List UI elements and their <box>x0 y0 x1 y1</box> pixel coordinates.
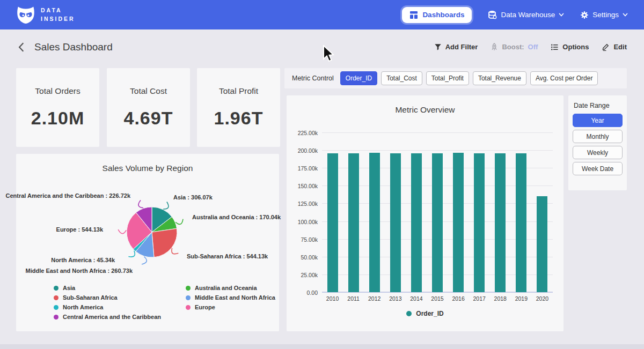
nav-dashboards-label: Dashboards <box>422 11 464 19</box>
metric-option-total-revenue[interactable]: Total_Revenue <box>473 71 526 85</box>
metric-option-order-id[interactable]: Order_ID <box>340 71 377 85</box>
pie-callout-europe: Europe : 544.13k <box>56 226 103 233</box>
metric-control-bar: Metric Control Order_IDTotal_CostTotal_P… <box>284 68 627 88</box>
kpi-label: Total Orders <box>16 86 99 96</box>
pie-chart-legend: AsiaSub-Saharan AfricaNorth AmericaCentr… <box>54 285 275 320</box>
y-tick-50.00k: 50.00k <box>301 254 318 261</box>
options-list-icon <box>551 43 559 51</box>
pie-callout-north-america: North America : 45.34k <box>51 257 115 263</box>
legend-dot <box>186 305 191 310</box>
edit-button[interactable]: Edit <box>602 43 627 51</box>
y-tick-225.00k: 225.00k <box>298 130 318 136</box>
legend-item-europe[interactable]: Europe <box>186 304 275 310</box>
bar-2020[interactable] <box>537 196 547 292</box>
add-filter-button[interactable]: Add Filter <box>434 43 478 51</box>
date-range-card: Date Range YearMonthlyWeeklyWeek Date <box>568 95 627 190</box>
options-label: Options <box>562 43 589 51</box>
database-icon <box>488 10 497 19</box>
back-button[interactable] <box>17 42 26 53</box>
kpi-label: Total Profit <box>197 86 280 96</box>
bar-2012[interactable] <box>369 153 380 292</box>
brand-logo[interactable]: DATA INSIDER <box>16 6 75 24</box>
nav-dashboards-button[interactable]: Dashboards <box>402 7 472 23</box>
y-tick-0.00: 0.00 <box>307 289 318 296</box>
boost-label: Boost: <box>502 43 524 51</box>
pie-leader-asia <box>163 202 169 209</box>
metric-option-total-cost[interactable]: Total_Cost <box>381 71 422 85</box>
bar-2016[interactable] <box>453 153 464 292</box>
legend-label: Asia <box>63 285 75 291</box>
gridline-225.00k <box>322 132 553 133</box>
bar-chart-plot: 2010201120122013201420152016201720182019… <box>322 132 553 292</box>
bar-2019[interactable] <box>516 153 526 292</box>
legend-item-central-america-and-the-caribbean[interactable]: Central America and the Caribbean <box>54 314 161 320</box>
date-option-week-date[interactable]: Week Date <box>573 162 623 175</box>
bar-chart-legend: Order_ID <box>287 310 564 317</box>
pie-callout-central-america-and-the-caribbean: Central America and the Caribbean : 226.… <box>5 192 130 199</box>
bar-2011[interactable] <box>348 153 359 292</box>
kpi-card-total-profit: Total Profit1.96T <box>197 68 280 147</box>
metric-overview-card: Metric Overview 0.0025.00k50.00k75.00k10… <box>287 95 564 331</box>
pie-callout-sub-saharan-africa: Sub-Saharan Africa : 544.13k <box>187 253 268 259</box>
footer-strip <box>0 344 644 349</box>
top-navbar: DATA INSIDER Dashboards D <box>0 0 644 29</box>
legend-item-sub-saharan-africa[interactable]: Sub-Saharan Africa <box>54 294 161 301</box>
pie-legend-column: Australia and OceaniaMiddle East and Nor… <box>186 285 275 320</box>
date-option-year[interactable]: Year <box>573 114 623 127</box>
kpi-value: 4.69T <box>107 108 190 129</box>
sales-volume-card: Sales Volume by Region Asia : 306.07kAus… <box>16 154 279 331</box>
page-header: Sales Dashboard Add Filter Boost: Off <box>0 29 644 64</box>
legend-label: Europe <box>195 304 215 310</box>
pie-slice-sub-saharan-africa[interactable] <box>152 228 177 257</box>
legend-dot <box>54 315 58 320</box>
pie-leader-north-america <box>128 251 135 257</box>
legend-item-australia-and-oceania[interactable]: Australia and Oceania <box>186 285 275 291</box>
boost-toggle[interactable]: Boost: Off <box>491 43 538 51</box>
y-tick-25.00k: 25.00k <box>301 272 318 278</box>
kpi-card-total-cost: Total Cost4.69T <box>107 68 190 147</box>
legend-item-asia[interactable]: Asia <box>54 285 161 291</box>
page-title: Sales Dashboard <box>34 41 113 53</box>
dashboard-grid-icon <box>409 11 418 19</box>
add-filter-label: Add Filter <box>445 43 478 51</box>
bar-2017[interactable] <box>474 153 485 292</box>
legend-label: North America <box>63 304 103 310</box>
bar-2018[interactable] <box>495 153 506 292</box>
options-button[interactable]: Options <box>551 43 589 51</box>
legend-dot <box>54 305 58 310</box>
kpi-label: Total Cost <box>107 86 190 96</box>
legend-label: Middle East and North Africa <box>195 294 275 301</box>
bar-chart-title: Metric Overview <box>287 95 564 115</box>
x-tick-2016: 2016 <box>447 295 470 302</box>
date-option-weekly[interactable]: Weekly <box>573 146 623 159</box>
metric-option-avg-cost-per-order[interactable]: Avg. Cost per Order <box>530 71 598 85</box>
metric-control-label: Metric Control <box>292 75 334 82</box>
bar-2013[interactable] <box>390 153 401 292</box>
legend-item-north-america[interactable]: North America <box>54 304 161 310</box>
bar-legend-label: Order_ID <box>416 310 443 317</box>
bar-2015[interactable] <box>432 153 443 292</box>
metric-control-options: Order_IDTotal_CostTotal_ProfitTotal_Reve… <box>340 71 598 85</box>
nav-settings[interactable]: Settings <box>580 11 628 19</box>
nav-data-warehouse-label: Data Warehouse <box>501 11 555 19</box>
nav-data-warehouse[interactable]: Data Warehouse <box>488 10 564 19</box>
y-tick-100.00k: 100.00k <box>298 219 318 225</box>
y-tick-125.00k: 125.00k <box>298 201 318 207</box>
pie-callout-australia-and-oceania: Australia and Oceania : 170.04k <box>192 214 281 220</box>
kpi-value: 1.96T <box>197 108 280 129</box>
bar-2014[interactable] <box>411 153 422 292</box>
boost-state: Off <box>528 43 538 51</box>
y-tick-200.00k: 200.00k <box>298 147 318 154</box>
legend-item-middle-east-and-north-africa[interactable]: Middle East and North Africa <box>186 294 275 301</box>
date-option-monthly[interactable]: Monthly <box>573 130 623 143</box>
date-range-label: Date Range <box>574 102 623 109</box>
legend-dot <box>186 286 191 291</box>
metric-option-total-profit[interactable]: Total_Profit <box>426 71 469 85</box>
edit-pencil-icon <box>602 43 610 51</box>
filter-funnel-icon <box>434 43 442 51</box>
legend-label: Australia and Oceania <box>195 285 257 291</box>
y-tick-75.00k: 75.00k <box>301 236 318 243</box>
bar-2010[interactable] <box>327 153 338 292</box>
back-chevron-icon <box>17 42 26 53</box>
date-range-options: YearMonthlyWeeklyWeek Date <box>573 114 623 175</box>
